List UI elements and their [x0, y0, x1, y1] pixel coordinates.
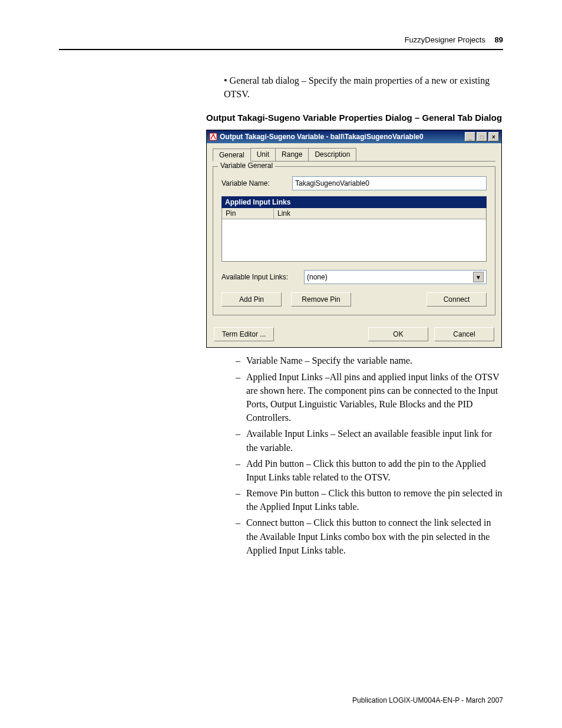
- column-link[interactable]: Link: [274, 208, 486, 219]
- tab-description[interactable]: Description: [308, 148, 356, 161]
- header-page-number: 89: [495, 35, 503, 44]
- applied-input-links-title: Applied Input Links: [222, 196, 487, 208]
- tab-general[interactable]: General: [213, 149, 251, 162]
- fieldset-legend: Variable General: [218, 162, 275, 170]
- description-list: –Variable Name – Specify the variable na…: [236, 354, 503, 557]
- variable-general-fieldset: Variable General Variable Name: Applied …: [213, 166, 495, 315]
- column-pin[interactable]: Pin: [222, 208, 274, 219]
- desc-variable-name: Variable Name – Specify the variable nam…: [246, 354, 503, 367]
- header-rule: [59, 49, 503, 50]
- variable-name-input[interactable]: [292, 176, 487, 190]
- connect-button[interactable]: Connect: [427, 292, 487, 307]
- desc-available-input-links: Available Input Links – Select an availa…: [246, 427, 503, 454]
- dialog-title: Output Takagi-Sugeno Variable - ball\Tak…: [220, 133, 424, 141]
- available-input-links-combo[interactable]: (none) ▼: [304, 270, 487, 284]
- cancel-button[interactable]: Cancel: [434, 327, 494, 341]
- maximize-button[interactable]: □: [477, 132, 487, 141]
- header-section-title: FuzzyDesigner Projects: [405, 35, 485, 44]
- page-footer: Publication LOGIX-UM004A-EN-P - March 20…: [352, 696, 503, 704]
- ok-button[interactable]: OK: [368, 327, 428, 341]
- remove-pin-button[interactable]: Remove Pin: [291, 292, 351, 307]
- desc-applied-input-links: Applied Input Links –All pins and applie…: [246, 370, 503, 425]
- properties-dialog: Output Takagi-Sugeno Variable - ball\Tak…: [206, 130, 502, 348]
- intro-bullet: • General tab dialog – Specify the main …: [224, 74, 503, 101]
- desc-add-pin: Add Pin button – Click this button to ad…: [246, 457, 503, 484]
- variable-name-label: Variable Name:: [222, 179, 292, 187]
- applied-input-links-table[interactable]: Pin Link: [222, 208, 487, 262]
- tab-range[interactable]: Range: [275, 148, 309, 161]
- app-icon: [209, 133, 217, 141]
- term-editor-button[interactable]: Term Editor ...: [214, 327, 274, 341]
- tab-strip: General Unit Range Description: [213, 148, 495, 162]
- minimize-button[interactable]: _: [465, 132, 475, 141]
- chevron-down-icon[interactable]: ▼: [473, 272, 484, 282]
- available-input-links-label: Available Input Links:: [222, 273, 304, 281]
- section-heading: Output Takagi-Sugeno Variable Properties…: [206, 113, 503, 123]
- desc-remove-pin: Remove Pin button – Click this button to…: [246, 486, 503, 513]
- available-input-links-value: (none): [307, 273, 328, 281]
- intro-bullet-text: General tab dialog – Specify the main pr…: [224, 75, 490, 99]
- add-pin-button[interactable]: Add Pin: [222, 292, 282, 307]
- desc-connect: Connect button – Click this button to co…: [246, 516, 503, 557]
- close-button[interactable]: ×: [488, 132, 499, 141]
- dialog-titlebar: Output Takagi-Sugeno Variable - ball\Tak…: [207, 130, 501, 143]
- tab-unit[interactable]: Unit: [250, 148, 276, 161]
